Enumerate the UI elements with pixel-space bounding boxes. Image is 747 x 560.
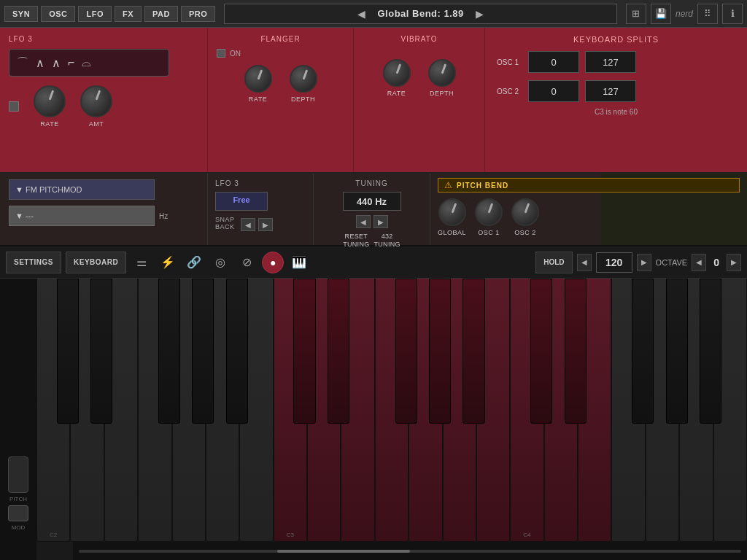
synth-panel: LFO 3 ⌒ ∧ ∧ ⌐ ⌓ RATE AMT [0,28,747,174]
waveform-selector[interactable]: ⌒ ∧ ∧ ⌐ ⌓ [9,49,169,77]
splits-osc2-label: OSC 2 [497,88,522,96]
grid-icon-btn[interactable]: ⊞ [626,4,646,24]
tab-syn[interactable]: SYN [4,6,38,22]
tab-osc[interactable]: OSC [41,6,75,22]
pitch-osc1-container: OSC 1 [475,198,503,236]
wave-shape-3: ∧ [52,56,61,70]
flanger-label: FLANGER [217,35,344,43]
black-key[interactable] [293,279,315,424]
tuning-arrow-left[interactable]: ◀ [356,215,371,228]
lower-panel: ▼ FM PITCHMOD ▼ --- Hz LFO 3 Free SNAPBA… [0,174,747,246]
tempo-arrow-left[interactable]: ◀ [577,254,592,271]
black-key[interactable] [429,279,451,424]
global-bend-display: ◀ Global Bend: 1.89 ▶ [224,4,617,24]
info-icon-btn[interactable]: ℹ [722,4,743,24]
black-key[interactable] [57,279,79,424]
global-bend-left[interactable]: ◀ [352,8,371,20]
ban-icon-btn[interactable]: ⊘ [236,252,258,273]
pitch-global-container: GLOBAL [438,198,466,236]
record-btn[interactable]: ● [262,252,284,273]
tab-lfo[interactable]: LFO [78,6,112,22]
wave-shape-1: ⌒ [17,55,28,71]
tuning-label: TUNING [321,179,422,187]
vibrato-rate-label: RATE [387,90,406,97]
lfo-square-btn[interactable] [9,101,19,112]
pitch-osc1-knob[interactable] [475,198,503,226]
black-key[interactable] [530,279,552,424]
lfo-amt-container: AMT [80,85,112,128]
octave-value: 0 [711,257,722,268]
lfo3-arrow-right[interactable]: ▶ [258,218,273,231]
pitch-global-label: GLOBAL [438,229,466,236]
hold-btn[interactable]: HOLD [535,252,572,273]
save-icon-btn[interactable]: 💾 [651,4,671,24]
fm-pitchmod-label: ▼ FM PITCHMOD [15,185,82,194]
piano-icon-btn[interactable]: 🎹 [288,252,310,273]
octave-arrow-left[interactable]: ◀ [692,254,706,271]
vibrato-label: VIBRATO [363,35,476,43]
global-bend-right[interactable]: ▶ [470,8,489,20]
lfo3-lower-label: LFO 3 [215,179,306,187]
tempo-arrow-right[interactable]: ▶ [637,254,651,271]
pitch-bend-section: ⚠ PITCH BEND GLOBAL OSC 1 OSC 2 [430,174,747,245]
black-key[interactable] [90,279,112,424]
black-key[interactable] [462,279,484,424]
splits-osc1-max[interactable] [585,51,636,73]
fm-source-dropdown[interactable]: ▼ --- [9,206,155,226]
vibrato-depth-knob[interactable] [428,59,456,87]
tuning-arrows: ◀ ▶ [321,215,422,228]
black-key[interactable] [632,279,654,424]
pitch-global-knob[interactable] [438,198,466,226]
pitch-bend-knobs: GLOBAL OSC 1 OSC 2 [438,198,740,236]
lfo3-free-btn[interactable]: Free [215,192,268,211]
black-key[interactable] [158,279,180,424]
circle-icon-btn[interactable]: ◎ [209,252,231,273]
black-key[interactable] [666,279,688,424]
tab-fx[interactable]: FX [115,6,142,22]
flanger-depth-knob[interactable] [290,65,317,93]
lfo3-arrow-controls: ◀ ▶ [241,218,273,231]
vibrato-knob-pair: RATE DEPTH [363,59,476,97]
splits-osc2-max[interactable] [585,80,636,102]
tuning-arrow-right[interactable]: ▶ [374,215,388,228]
keyboard-btn[interactable]: KEYBOARD [66,252,126,273]
black-key[interactable] [700,279,721,424]
scrollbar-thumb[interactable] [277,550,410,553]
black-key[interactable] [192,279,214,424]
black-key[interactable] [328,279,349,424]
splits-note-info: C3 is note 60 [497,108,735,116]
lfo-square-btn-container [9,101,19,112]
flanger-rate-knob[interactable] [244,65,272,93]
lfo-rate-label: RATE [40,120,58,128]
settings-btn[interactable]: SETTINGS [6,252,61,273]
vibrato-section: VIBRATO RATE DEPTH [354,28,485,172]
lfo-amt-knob[interactable] [80,85,112,117]
fm-pitchmod-dropdown[interactable]: ▼ FM PITCHMOD [9,179,155,200]
pitch-slider[interactable] [8,456,28,493]
apps-icon-btn[interactable]: ⠿ [697,4,718,24]
pitch-bend-header: ⚠ PITCH BEND [438,178,740,192]
tab-pad[interactable]: PAD [144,6,178,22]
sliders-icon-btn[interactable]: ⚌ [131,252,152,273]
octave-arrow-right[interactable]: ▶ [727,254,741,271]
bluetooth-icon-btn[interactable]: ⚡ [157,252,179,273]
splits-osc1-min[interactable] [528,51,579,73]
mod-btn[interactable] [8,505,28,521]
bottom-toolbar: SETTINGS KEYBOARD ⚌ ⚡ 🔗 ◎ ⊘ ● 🎹 HOLD ◀ 1… [0,246,747,279]
scrollbar-area[interactable] [73,542,747,560]
flanger-on-light[interactable] [217,49,225,58]
splits-osc2-min[interactable] [528,80,579,102]
lfo3-arrow-left[interactable]: ◀ [241,218,255,231]
black-key[interactable] [565,279,587,424]
link-icon-btn[interactable]: 🔗 [183,252,205,273]
pitch-osc2-knob[interactable] [511,198,539,226]
tab-pro[interactable]: PRO [181,6,215,22]
pitch-label: PITCH [9,496,27,502]
scrollbar-track[interactable] [79,550,741,553]
black-key[interactable] [395,279,417,424]
vibrato-rate-knob[interactable] [383,59,411,87]
black-key[interactable] [226,279,248,424]
lfo-rate-knob[interactable] [34,85,66,117]
snap-back-label: SNAPBACK [215,216,235,230]
lfo-rate-container: RATE [34,85,66,128]
